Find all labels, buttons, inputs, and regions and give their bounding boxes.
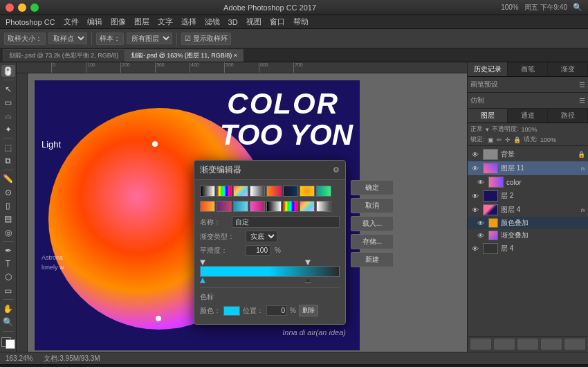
lock-paint-icon[interactable]: ✏ bbox=[497, 136, 502, 143]
preset-swatch-14[interactable] bbox=[283, 201, 298, 212]
layer-visibility-icon[interactable]: 👁 bbox=[476, 231, 486, 240]
tool-pen[interactable]: ✒ bbox=[1, 244, 15, 256]
opacity-stop-left[interactable] bbox=[200, 260, 205, 265]
preset-swatch-10[interactable] bbox=[217, 201, 232, 212]
layer-item-color[interactable]: 👁 color bbox=[468, 175, 588, 189]
tool-gradient[interactable]: ▤ bbox=[1, 213, 15, 225]
tool-lasso[interactable]: ⌓ bbox=[1, 110, 15, 122]
tool-path[interactable]: ⬡ bbox=[1, 271, 15, 283]
preset-swatch-15[interactable] bbox=[300, 201, 315, 212]
sample-select[interactable]: 所有图层 bbox=[127, 33, 172, 44]
sample-size-select[interactable]: 取样点 bbox=[48, 33, 87, 44]
new-group-button[interactable] bbox=[470, 339, 491, 350]
add-mask-button[interactable] bbox=[517, 339, 538, 350]
menu-select[interactable]: 选择 bbox=[181, 17, 196, 27]
menu-window[interactable]: 窗口 bbox=[270, 17, 285, 27]
tab-active[interactable]: 划能-.psd @ 163% (图层 11, RGB/8) × bbox=[125, 49, 244, 62]
preset-swatch-13[interactable] bbox=[266, 201, 282, 212]
menu-view[interactable]: 视图 bbox=[246, 17, 261, 27]
tool-stamp[interactable]: ⊙ bbox=[1, 186, 15, 198]
layer-item-2[interactable]: 👁 层 2 bbox=[468, 189, 588, 203]
color-stop-right[interactable] bbox=[305, 278, 311, 283]
layer-visibility-icon[interactable]: 👁 bbox=[470, 163, 480, 173]
layer-item-4[interactable]: 👁 层 4 bbox=[468, 242, 588, 256]
close-button[interactable] bbox=[6, 3, 14, 12]
preset-swatch-3[interactable] bbox=[233, 186, 248, 197]
menu-3d[interactable]: 3D bbox=[228, 18, 238, 26]
tab-brushes[interactable]: 画笔 bbox=[508, 62, 548, 76]
preset-swatch-11[interactable] bbox=[233, 201, 248, 212]
tool-crop[interactable]: ⬚ bbox=[1, 141, 15, 153]
menu-edit[interactable]: 编辑 bbox=[87, 17, 102, 27]
tool-magic-wand[interactable]: ✦ bbox=[1, 123, 15, 135]
preset-swatch-12[interactable] bbox=[250, 201, 265, 212]
cancel-button[interactable]: 取消 bbox=[351, 198, 394, 213]
tab-history[interactable]: 历史记录 bbox=[468, 62, 508, 76]
preset-swatch-16[interactable] bbox=[316, 201, 331, 212]
layer-visibility-icon[interactable]: 👁 bbox=[476, 218, 486, 228]
tool-shape[interactable]: ▭ bbox=[1, 285, 15, 296]
adjust-options-icon[interactable]: ☰ bbox=[579, 97, 585, 105]
delete-button[interactable]: 删除 bbox=[299, 305, 318, 316]
preset-swatch-6[interactable] bbox=[283, 186, 298, 197]
preset-swatch-4[interactable] bbox=[250, 186, 265, 197]
tool-brush[interactable]: ✏️ bbox=[1, 173, 15, 185]
tool-eyedropper[interactable]: 🖱️ bbox=[1, 65, 15, 77]
tab-layers[interactable]: 图层 bbox=[468, 109, 508, 123]
tab-paths[interactable]: 路径 bbox=[548, 109, 588, 123]
tool-hand[interactable]: ✋ bbox=[1, 303, 15, 314]
menu-file[interactable]: 文件 bbox=[64, 17, 79, 27]
name-input[interactable] bbox=[232, 216, 340, 228]
tool-move[interactable]: ↖ bbox=[1, 83, 15, 95]
panel-options-icon[interactable]: ☰ bbox=[579, 81, 585, 89]
preset-swatch-8[interactable] bbox=[316, 186, 331, 197]
tab-channels[interactable]: 通道 bbox=[508, 109, 548, 123]
preset-swatch-2[interactable] bbox=[217, 186, 232, 197]
minimize-button[interactable] bbox=[18, 3, 26, 12]
menu-filter[interactable]: 滤镜 bbox=[205, 17, 220, 27]
new-layer-button[interactable] bbox=[541, 339, 562, 350]
color-swatch[interactable] bbox=[223, 306, 240, 316]
maximize-button[interactable] bbox=[30, 3, 39, 12]
menu-text[interactable]: 文字 bbox=[158, 17, 173, 27]
lock-all-icon[interactable]: 🔒 bbox=[513, 136, 521, 143]
tool-slice[interactable]: ⧉ bbox=[1, 155, 15, 167]
tab-3d[interactable]: 渐变 bbox=[548, 62, 588, 76]
preset-swatch-1[interactable] bbox=[200, 186, 215, 197]
menu-help[interactable]: 帮助 bbox=[293, 17, 309, 27]
layer-item-coloroverlay[interactable]: 👁 颜色叠加 bbox=[468, 217, 588, 229]
show-ring-btn[interactable]: ☑ 显示取样环 bbox=[181, 33, 231, 45]
preset-swatch-9[interactable] bbox=[200, 201, 215, 212]
layer-visibility-icon[interactable]: 👁 bbox=[470, 191, 480, 201]
tool-text[interactable]: T bbox=[1, 258, 15, 270]
save-button[interactable]: 存储... bbox=[351, 234, 394, 249]
gear-icon[interactable]: ⚙ bbox=[333, 165, 340, 174]
preset-swatch-5[interactable] bbox=[266, 186, 282, 197]
opacity-stop-right[interactable] bbox=[305, 260, 311, 265]
canvas-inner[interactable]: COLOR TOO YON Light WPIE MEDIUM NWTIEND … bbox=[28, 73, 467, 352]
tool-zoom[interactable]: 🔍 bbox=[1, 316, 15, 328]
layer-item-4adj[interactable]: 👁 图层 4 fx bbox=[468, 203, 588, 217]
layer-item-bg[interactable]: 👁 背景 🔒 bbox=[468, 147, 588, 161]
tool-blur[interactable]: ◎ bbox=[1, 226, 15, 238]
position-input[interactable] bbox=[266, 305, 287, 316]
tool-eraser[interactable]: ▯ bbox=[1, 199, 15, 211]
import-button[interactable]: 载入... bbox=[351, 216, 394, 231]
gradient-bar[interactable] bbox=[200, 266, 340, 277]
layer-item-11[interactable]: 👁 图层 11 fx bbox=[468, 161, 588, 175]
preset-swatch-7[interactable] bbox=[300, 186, 315, 197]
background-color[interactable] bbox=[6, 339, 15, 349]
layer-item-gradientoverlay[interactable]: 👁 渐变叠加 bbox=[468, 229, 588, 242]
menu-layer[interactable]: 图层 bbox=[134, 17, 149, 27]
lock-move-icon[interactable]: ✛ bbox=[505, 136, 511, 143]
delete-layer-button[interactable] bbox=[564, 339, 585, 350]
layer-visibility-icon[interactable]: 👁 bbox=[470, 244, 480, 253]
layer-visibility-icon[interactable]: 👁 bbox=[476, 177, 486, 187]
layer-visibility-icon[interactable]: 👁 bbox=[470, 150, 480, 159]
tool-mode-btn[interactable]: 取样大小： bbox=[4, 33, 46, 45]
ok-button[interactable]: 确定 bbox=[351, 180, 394, 195]
new-button[interactable]: 新建 bbox=[351, 252, 394, 267]
lock-trans-icon[interactable]: ▣ bbox=[488, 136, 494, 143]
gradient-type-select[interactable]: 实底 bbox=[246, 231, 277, 242]
menu-image[interactable]: 图像 bbox=[111, 17, 126, 27]
